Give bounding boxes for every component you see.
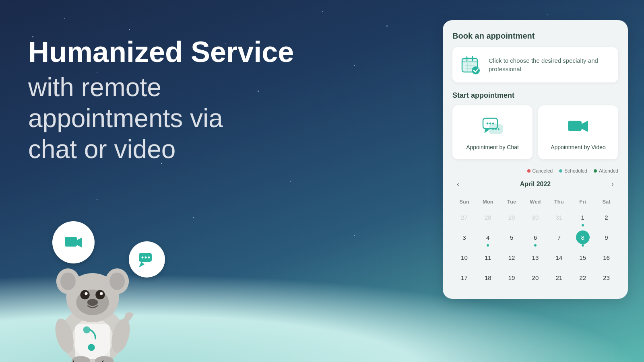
koala-character bbox=[32, 233, 153, 362]
calendar-day-cell[interactable]: 5 bbox=[500, 227, 524, 247]
day-dot-indicator bbox=[534, 244, 537, 247]
calendar-day-cell[interactable]: 7 bbox=[547, 227, 571, 247]
right-panel: Book an appointment Click to choose the … bbox=[443, 20, 628, 299]
day-number: 18 bbox=[481, 271, 495, 284]
chat-appointment-icon bbox=[481, 114, 505, 138]
calendar-day-header: Wed bbox=[524, 196, 547, 207]
appointment-video-card[interactable]: Appointment by Video bbox=[538, 105, 618, 159]
specialty-selector-text: Click to choose the desired specialty an… bbox=[489, 56, 611, 73]
calendar-day-cell[interactable]: 15 bbox=[571, 247, 594, 267]
calendar-day-cell[interactable]: 31 bbox=[547, 207, 571, 227]
calendar-week-row: 17181920212223 bbox=[452, 267, 618, 288]
calendar-day-cell[interactable]: 9 bbox=[594, 227, 618, 247]
day-number: 16 bbox=[600, 251, 613, 264]
day-number: 9 bbox=[600, 230, 613, 244]
calendar-day-cell[interactable]: 23 bbox=[594, 267, 618, 288]
video-appointment-icon bbox=[566, 114, 590, 138]
svg-point-39 bbox=[492, 123, 494, 125]
day-dot-indicator bbox=[582, 224, 584, 226]
day-number: 5 bbox=[505, 230, 518, 244]
svg-point-25 bbox=[88, 344, 95, 351]
koala-illustration bbox=[20, 209, 173, 362]
video-card-label: Appointment by Video bbox=[551, 144, 606, 150]
calendar-prev-button[interactable]: ‹ bbox=[452, 179, 464, 190]
svg-point-18 bbox=[85, 292, 87, 295]
calendar-day-header: Fri bbox=[571, 196, 594, 207]
day-dot-indicator bbox=[582, 244, 584, 247]
calendar-day-cell[interactable]: 10 bbox=[452, 247, 476, 267]
day-number: 8 bbox=[576, 230, 590, 244]
day-number: 22 bbox=[576, 271, 590, 284]
calendar-day-cell[interactable]: 1 bbox=[571, 207, 594, 227]
calendar-next-button[interactable]: › bbox=[607, 179, 618, 190]
day-number: 28 bbox=[481, 210, 495, 224]
calendar-day-cell[interactable]: 8 bbox=[571, 227, 594, 247]
day-number: 20 bbox=[528, 271, 542, 284]
calendar-day-cell[interactable]: 4 bbox=[476, 227, 500, 247]
legend-scheduled: Scheduled bbox=[559, 168, 587, 174]
calendar-day-cell[interactable]: 28 bbox=[476, 207, 500, 227]
day-number: 14 bbox=[552, 251, 566, 264]
calendar-day-cell[interactable]: 18 bbox=[476, 267, 500, 288]
calendar-day-cell[interactable]: 21 bbox=[547, 267, 571, 288]
svg-point-41 bbox=[492, 128, 494, 130]
calendar-day-cell[interactable]: 27 bbox=[452, 207, 476, 227]
svg-point-20 bbox=[87, 299, 98, 306]
calendar-day-cell[interactable]: 20 bbox=[524, 267, 547, 288]
calendar-header: ‹ April 2022 › bbox=[452, 179, 618, 190]
calendar-day-header: Thu bbox=[547, 196, 571, 207]
calendar-days-header: SunMonTueWedThuFriSat bbox=[452, 196, 618, 207]
appointment-chat-card[interactable]: Appointment by Chat bbox=[452, 105, 533, 159]
svg-rect-44 bbox=[568, 121, 582, 131]
book-appointment-title: Book an appointment bbox=[452, 31, 618, 41]
svg-point-42 bbox=[495, 128, 497, 130]
day-number: 29 bbox=[505, 210, 518, 224]
svg-point-37 bbox=[486, 123, 488, 125]
calendar-day-cell[interactable]: 17 bbox=[452, 267, 476, 288]
calendar-day-cell[interactable]: 19 bbox=[500, 267, 524, 288]
canceled-label: Canceled bbox=[533, 168, 553, 174]
subtitle-line3: chat or video bbox=[28, 134, 294, 165]
svg-point-9 bbox=[83, 326, 90, 333]
day-number: 27 bbox=[457, 210, 471, 224]
calendar-day-header: Sun bbox=[452, 196, 476, 207]
scheduled-dot bbox=[559, 169, 562, 173]
calendar-week-row: 3456789 bbox=[452, 227, 618, 247]
day-number: 21 bbox=[552, 271, 566, 284]
left-content: Humanized Service with remote appointmen… bbox=[28, 36, 294, 165]
calendar-day-cell[interactable]: 3 bbox=[452, 227, 476, 247]
calendar-day-cell[interactable]: 13 bbox=[524, 247, 547, 267]
subtitle-line2: appointments via bbox=[28, 103, 294, 134]
calendar-week-row: 272829303112 bbox=[452, 207, 618, 227]
svg-point-38 bbox=[489, 123, 491, 125]
calendar-day-cell[interactable]: 29 bbox=[500, 207, 524, 227]
subtitle-line1: with remote bbox=[28, 72, 294, 103]
calendar-day-cell[interactable]: 22 bbox=[571, 267, 594, 288]
attended-label: Attended bbox=[599, 168, 618, 174]
calendar-grid: SunMonTueWedThuFriSat 272829303112345678… bbox=[452, 196, 618, 288]
day-number: 6 bbox=[528, 230, 542, 244]
calendar-day-cell[interactable]: 12 bbox=[500, 247, 524, 267]
calendar-day-cell[interactable]: 14 bbox=[547, 247, 571, 267]
day-number: 4 bbox=[481, 230, 495, 244]
svg-point-19 bbox=[100, 292, 103, 295]
calendar-check-icon bbox=[460, 53, 482, 76]
calendar-day-cell[interactable]: 30 bbox=[524, 207, 547, 227]
start-appointment-title: Start appointment bbox=[452, 91, 618, 100]
calendar-day-cell[interactable]: 11 bbox=[476, 247, 500, 267]
svg-point-14 bbox=[109, 272, 125, 290]
day-number: 7 bbox=[552, 230, 566, 244]
day-number: 11 bbox=[481, 251, 495, 264]
subtitle: with remote appointments via chat or vid… bbox=[28, 72, 294, 165]
day-number: 17 bbox=[457, 271, 471, 284]
legend-canceled: Canceled bbox=[527, 168, 553, 174]
calendar-day-cell[interactable]: 6 bbox=[524, 227, 547, 247]
svg-rect-28 bbox=[462, 62, 477, 62]
calendar: ‹ April 2022 › SunMonTueWedThuFriSat 272… bbox=[452, 179, 618, 288]
calendar-day-cell[interactable]: 16 bbox=[594, 247, 618, 267]
svg-point-16 bbox=[80, 290, 89, 299]
chat-card-label: Appointment by Chat bbox=[466, 144, 519, 150]
specialty-selector[interactable]: Click to choose the desired specialty an… bbox=[452, 47, 618, 82]
day-number: 2 bbox=[600, 210, 613, 224]
calendar-day-cell[interactable]: 2 bbox=[594, 207, 618, 227]
